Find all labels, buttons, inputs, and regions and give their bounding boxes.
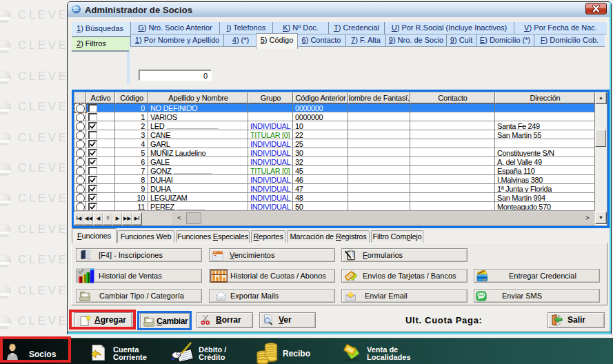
svg-text:SMS: SMS [479,294,484,297]
